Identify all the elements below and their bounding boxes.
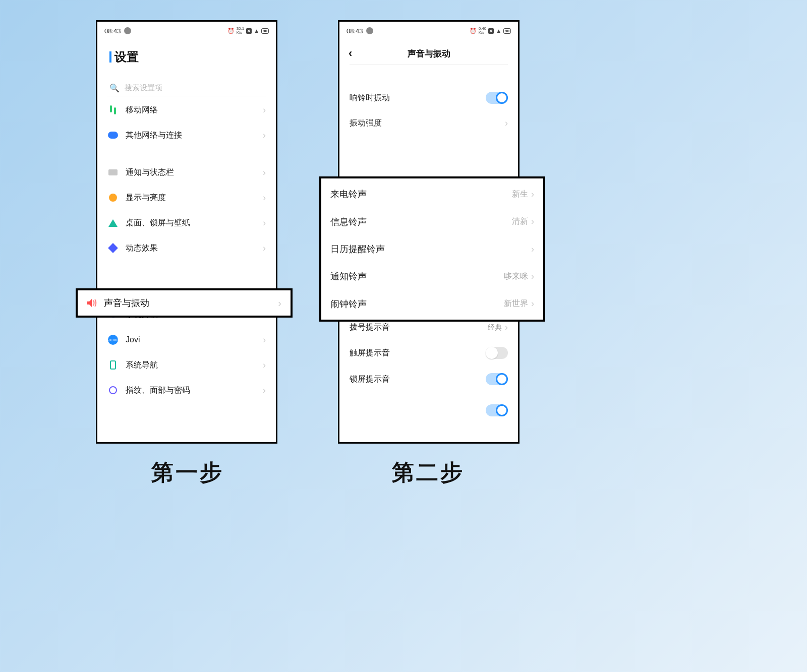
row-label: 日历提醒铃声 (330, 243, 528, 255)
chevron-right-icon: › (531, 271, 534, 282)
settings-item-label: 动态效果 (126, 243, 263, 254)
page-header: ‹ 声音与振动 (339, 38, 518, 64)
connections-icon (107, 130, 119, 141)
row-calendar-ringtone[interactable]: 日历提醒铃声 › (321, 235, 543, 263)
chevron-right-icon: › (531, 298, 534, 309)
settings-item-label: 显示与亮度 (126, 193, 263, 203)
row-partial (339, 392, 518, 411)
sim-icon: ✕ (246, 28, 252, 34)
row-label: 来电铃声 (330, 188, 512, 200)
toggle-vibrate-on-ring[interactable] (486, 92, 508, 104)
row-touch-sound[interactable]: 触屏提示音 (339, 340, 518, 366)
desktop-icon (107, 217, 119, 228)
jovi-icon: JOVI (107, 334, 119, 345)
chevron-right-icon: › (531, 189, 534, 200)
status-bar: 08:43 ⏰ 30.1K/s ✕ ▲ 90 (97, 22, 276, 38)
speaker-icon (87, 298, 97, 308)
status-bar: 08:43 ⏰ 0.40K/s ✕ ▲ 90 (339, 22, 518, 38)
chevron-right-icon: › (263, 218, 266, 228)
settings-item-jovi[interactable]: JOVI Jovi › (97, 327, 276, 352)
header-title: 声音与振动 (364, 48, 494, 59)
settings-item-mobile-network[interactable]: 移动网络 › (97, 97, 276, 123)
row-label: 拨号提示音 (350, 322, 488, 333)
page-title-row: 设置 (97, 38, 276, 70)
row-value: 新世界 (504, 298, 528, 309)
back-button[interactable]: ‹ (349, 47, 364, 60)
row-alarm-ringtone[interactable]: 闹钟铃声 新世界 › (321, 290, 543, 318)
toggle-touch-sound[interactable] (486, 347, 508, 359)
status-time: 08:43 (347, 27, 363, 35)
browser-icon (366, 27, 373, 34)
settings-item-notifications[interactable]: 通知与状态栏 › (97, 160, 276, 185)
browser-icon (124, 27, 131, 34)
settings-item-label: 系统导航 (126, 360, 263, 371)
settings-item-motion[interactable]: 动态效果 › (97, 235, 276, 261)
row-notification-ringtone[interactable]: 通知铃声 哆来咪 › (321, 263, 543, 290)
chevron-right-icon: › (505, 322, 508, 333)
chevron-right-icon: › (263, 167, 266, 178)
row-value: 清新 (512, 216, 528, 227)
chevron-right-icon: › (278, 297, 281, 309)
row-value: 经典 (488, 323, 502, 332)
settings-item-label: 其他网络与连接 (126, 130, 263, 141)
battery-icon: 90 (503, 28, 511, 34)
row-label: 锁屏提示音 (350, 374, 486, 385)
phone-step1: 08:43 ⏰ 30.1K/s ✕ ▲ 90 设置 🔍 搜索设置项 移动网络 ›… (96, 20, 277, 444)
settings-item-biometrics[interactable]: 指纹、面部与密码 › (97, 378, 276, 403)
search-placeholder: 搜索设置项 (125, 83, 162, 93)
toggle-partial[interactable] (486, 404, 508, 416)
highlight-label: 声音与振动 (104, 297, 149, 309)
chevron-right-icon: › (263, 385, 266, 396)
battery-icon: 90 (261, 28, 269, 34)
motion-icon (107, 242, 119, 254)
settings-item-nav[interactable]: 系统导航 › (97, 352, 276, 378)
chevron-right-icon: › (505, 118, 508, 129)
row-label: 信息铃声 (330, 216, 512, 228)
row-label: 闹钟铃声 (330, 298, 504, 310)
chevron-right-icon: › (531, 216, 534, 227)
chevron-right-icon: › (263, 130, 266, 141)
settings-item-label: 指纹、面部与密码 (126, 385, 263, 396)
row-label: 响铃时振动 (350, 93, 486, 103)
notifications-icon (107, 167, 119, 178)
row-vibrate-on-ring[interactable]: 响铃时振动 (339, 85, 518, 111)
settings-item-label: 通知与状态栏 (126, 167, 263, 178)
highlight-sound-vibration[interactable]: 声音与振动 › (76, 288, 293, 318)
caption-step1: 第一步 (151, 458, 224, 487)
chevron-right-icon: › (263, 335, 266, 345)
row-value: 哆来咪 (504, 271, 528, 282)
chevron-right-icon: › (531, 244, 534, 255)
toggle-lock-sound[interactable] (486, 373, 508, 385)
row-label: 触屏提示音 (350, 348, 486, 358)
row-lock-sound[interactable]: 锁屏提示音 (339, 366, 518, 392)
net-rate: 30.1K/s (237, 27, 245, 35)
chevron-right-icon: › (263, 193, 266, 203)
settings-item-label: 移动网络 (126, 105, 263, 115)
net-rate: 0.40K/s (479, 27, 487, 35)
display-icon (107, 192, 119, 203)
title-accent-bar (109, 51, 111, 63)
settings-item-display[interactable]: 显示与亮度 › (97, 185, 276, 210)
caption-step2: 第二步 (392, 458, 465, 487)
sim-icon: ✕ (488, 28, 494, 34)
settings-item-other-connections[interactable]: 其他网络与连接 › (97, 123, 276, 148)
chevron-right-icon: › (263, 360, 266, 371)
settings-item-label: 桌面、锁屏与壁纸 (126, 218, 263, 228)
search-input[interactable]: 🔍 搜索设置项 (107, 80, 266, 96)
settings-item-desktop[interactable]: 桌面、锁屏与壁纸 › (97, 210, 276, 235)
row-message-ringtone[interactable]: 信息铃声 清新 › (321, 208, 543, 235)
row-value: 新生 (512, 189, 528, 200)
page-title: 设置 (114, 49, 139, 65)
search-icon: 🔍 (109, 83, 120, 93)
mobile-network-icon (107, 104, 119, 115)
chevron-right-icon: › (263, 105, 266, 115)
row-incoming-ringtone[interactable]: 来电铃声 新生 › (321, 180, 543, 208)
row-vibration-intensity[interactable]: 振动强度 › (339, 111, 518, 136)
row-label: 通知铃声 (330, 270, 504, 282)
nav-icon (107, 359, 119, 371)
row-label: 振动强度 (350, 118, 505, 129)
fingerprint-icon (107, 385, 119, 396)
settings-item-label: Jovi (126, 335, 263, 344)
chevron-right-icon: › (263, 243, 266, 254)
wifi-icon: ▲ (254, 28, 259, 34)
